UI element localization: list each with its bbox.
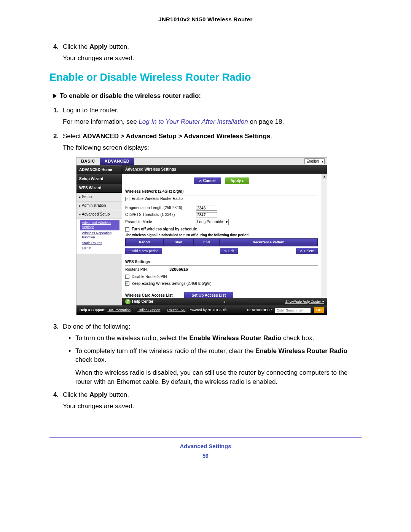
col-period: Period	[126, 238, 164, 246]
col-pattern: Recurrence Pattern	[220, 238, 318, 246]
footer-powered-by: Powered by NETGEAR®	[188, 308, 226, 313]
wireless-network-label: Wireless Network (2.4GHz b/g/n)	[125, 188, 318, 195]
schedule-checkbox[interactable]	[125, 227, 129, 232]
preamble-label: Preamble Mode	[125, 219, 194, 225]
sidebar-advanced-home[interactable]: ADVANCED Home	[76, 165, 122, 174]
doc-header: JNR1010v2 N150 Wireless Router	[49, 15, 362, 23]
footer-online-support[interactable]: Online Support	[137, 308, 160, 313]
go-button[interactable]: GO	[314, 307, 324, 313]
col-end: End	[193, 238, 220, 246]
cancel-button[interactable]: Cancel	[194, 177, 221, 184]
step-4-top: 4. Click the Apply button. Your changes …	[63, 42, 362, 63]
step-3: 3. Do one of the following: To turn on t…	[63, 322, 362, 387]
caret-right-icon: ▸	[79, 195, 81, 199]
show-hide-help[interactable]: Show/Hide Help Center ▾	[285, 299, 324, 304]
tab-advanced[interactable]: ADVANCED	[100, 158, 135, 165]
caret-right-icon: ▸	[79, 204, 81, 208]
bullet-turn-on: To turn on the wireless radio, select th…	[68, 334, 362, 343]
task-intro: To enable or disable the wireless router…	[49, 91, 362, 101]
edit-period-button[interactable]: Edit	[220, 248, 238, 254]
sidebar-advanced-setup[interactable]: ▾Advanced Setup	[76, 210, 122, 219]
wps-label: WPS Settings	[125, 259, 318, 266]
tab-basic[interactable]: BASIC	[76, 158, 100, 165]
pin-label: Router's PIN:	[125, 267, 167, 272]
panel-title: Advanced Wireless Settings	[122, 165, 327, 174]
step-4-bottom: 4. Click the Apply button. Your changes …	[63, 390, 362, 411]
frag-input[interactable]	[196, 206, 217, 211]
language-select[interactable]: English	[304, 158, 325, 164]
help-icon: ?	[125, 299, 131, 304]
scrollbar-vertical[interactable]: ▴	[322, 174, 327, 298]
router-footer: Help & Support Documentation| Online Sup…	[76, 305, 327, 315]
enable-radio-checkbox[interactable]: ✓	[125, 197, 129, 201]
preamble-select[interactable]: Long Preamble	[196, 219, 229, 225]
schedule-label: Turn off wireless signal by schedule	[132, 227, 197, 232]
cts-label: CTS/RTS Threshold (1-2347)	[125, 212, 194, 217]
disable-pin-label: Disable Router's PIN	[132, 274, 167, 280]
footer-documentation[interactable]: Documentation	[108, 308, 131, 313]
drag-handle-icon[interactable]: ▴	[223, 299, 226, 305]
step-2-sub: The following screen displays:	[63, 143, 362, 152]
step-2: 2. Select ADVANCED > Advanced Setup > Ad…	[63, 132, 362, 315]
search-help-input[interactable]	[275, 308, 311, 313]
chevron-right-icon	[53, 94, 57, 98]
delete-period-button[interactable]: Delete	[296, 248, 318, 254]
sidebar-wps-wizard[interactable]: WPS Wizard	[76, 184, 122, 193]
col-start: Start	[164, 238, 194, 246]
step-4b-result: Your changes are saved.	[63, 402, 362, 411]
sidebar-repeating[interactable]: Wireless Repeating Function	[82, 230, 119, 240]
link-login[interactable]: Log In to Your Router After Installation	[139, 118, 248, 125]
section-title: Enable or Disable Wireless Router Radio	[49, 70, 362, 85]
access-list-label: Wireless Card Access List	[125, 293, 173, 298]
footer-router-faq[interactable]: Router FAQ	[167, 308, 186, 313]
step-num: 4.	[53, 42, 59, 51]
page-number: 59	[49, 452, 362, 460]
cts-input[interactable]	[196, 212, 217, 217]
schedule-note: The wireless signal is scheduled to turn…	[125, 233, 318, 238]
apply-button[interactable]: Apply	[225, 177, 249, 184]
bullet-note: When the wireless radio is disabled, you…	[75, 368, 362, 387]
keep-settings-checkbox[interactable]: ✓	[125, 281, 129, 286]
sidebar-upnp[interactable]: UPnP	[82, 246, 119, 251]
sidebar-setup-wizard[interactable]: Setup Wizard	[76, 174, 122, 184]
pin-value: 32066616	[169, 267, 188, 272]
help-center-bar[interactable]: ?Help Center ▴ Show/Hide Help Center ▾	[122, 298, 327, 305]
frag-label: Fragmentation Length (256-2346)	[125, 205, 194, 211]
step-1-sub: For more information, see Log In to Your…	[63, 117, 362, 126]
step-4-result: Your changes are saved.	[63, 54, 362, 63]
setup-access-list-button[interactable]: Set Up Access List	[184, 292, 234, 298]
sidebar-static-routes[interactable]: Static Routes	[82, 240, 119, 246]
add-period-button[interactable]: Add a new period	[125, 248, 162, 254]
schedule-table: Period Start End Recurrence Pattern	[125, 238, 318, 246]
enable-radio-label: Enable Wireless Router Radio	[132, 196, 183, 201]
sidebar-administration[interactable]: ▸Administration	[76, 201, 122, 210]
sidebar-adv-wireless[interactable]: Advanced Wireless Settings	[80, 220, 119, 230]
sidebar-setup[interactable]: ▸Setup	[76, 193, 122, 201]
scroll-up-icon[interactable]: ▴	[322, 174, 327, 179]
step-1: 1. Log in to the router. For more inform…	[63, 106, 362, 126]
footer-section-label: Advanced Settings	[49, 442, 362, 450]
footer-rule	[49, 437, 362, 438]
disable-pin-checkbox[interactable]	[125, 275, 129, 279]
sidebar: ADVANCED Home Setup Wizard WPS Wizard ▸S…	[76, 165, 122, 305]
keep-settings-label: Keep Existing Wireless Settings (2.4GHz …	[132, 281, 212, 286]
search-help-label: SEARCH HELP	[247, 308, 272, 313]
router-screenshot: BASIC ADVANCED English ADVANCED Home Set…	[76, 157, 362, 315]
bullet-turn-off: To completely turn off the wireless radi…	[68, 347, 362, 387]
caret-down-icon: ▾	[79, 213, 81, 216]
